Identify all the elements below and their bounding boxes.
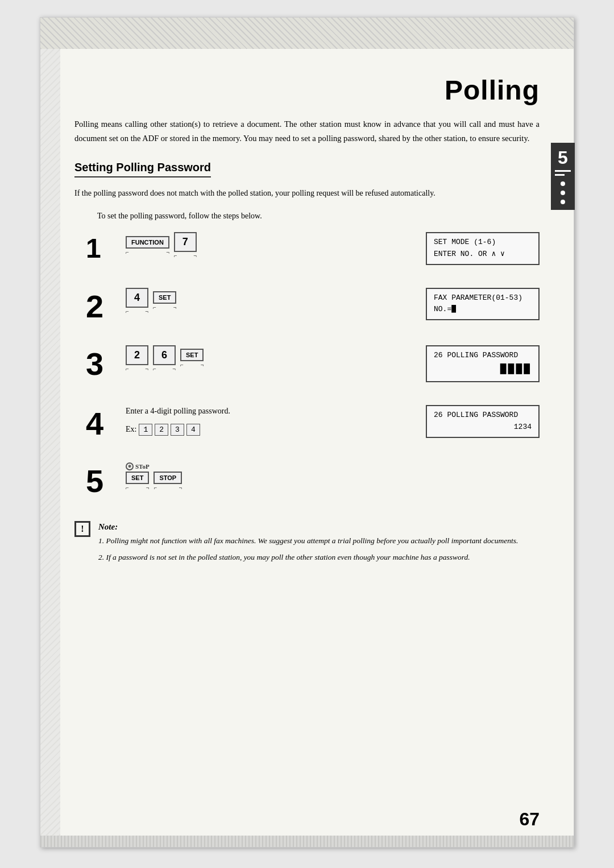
password-dots-display: ████ (500, 363, 532, 375)
right-bracket-7: ¬ (193, 253, 197, 259)
step-5-keys: ⊗ SToP SET ⌐ ¬ STOP (126, 462, 540, 491)
set-key-2-wrapper: SET ⌐ ¬ (153, 291, 176, 311)
intro-paragraph: Polling means calling other station(s) t… (74, 117, 540, 145)
step-1-keys: FUNCTION ⌐ ¬ 7 ⌐ ¬ (126, 232, 327, 259)
note-item-1: 1. Polling might not function with all f… (98, 535, 518, 548)
note-icon: ! (74, 521, 90, 537)
step-3-number: 3 (86, 348, 114, 380)
left-bracket-4: ⌐ (126, 308, 129, 315)
step-4-row: 4 Enter a 4-digit polling password. Ex: … (86, 405, 540, 440)
digit-2: 2 (155, 424, 168, 436)
left-bracket-set2: ⌐ (153, 304, 156, 311)
sidebar-line-2 (555, 174, 565, 176)
step-1-display: SET MODE (1-6) ENTER NO. OR ∧ ∨ (426, 232, 540, 265)
step-2-keys: 4 ⌐ ¬ SET ⌐ ¬ (126, 288, 327, 315)
right-bracket: ¬ (166, 249, 169, 255)
right-bracket-stop: ¬ (179, 485, 182, 491)
function-key[interactable]: FUNCTION (126, 236, 169, 249)
step-5-row: 5 ⊗ SToP SET ⌐ ¬ (86, 462, 540, 497)
key-6-wrapper: 6 ⌐ ¬ (153, 345, 176, 372)
key-7-wrapper: 7 ⌐ ¬ (174, 232, 197, 259)
key-2-wrapper: 2 ⌐ ¬ (126, 345, 148, 372)
sidebar-icons (561, 181, 565, 204)
function-key-arrows: ⌐ ¬ (126, 249, 169, 255)
step-1-lcd-line1: SET MODE (1-6) (434, 237, 532, 249)
key-7-arrows: ⌐ ¬ (174, 253, 197, 259)
key-6[interactable]: 6 (153, 345, 176, 365)
note-section: ! Note: 1. Polling might not function wi… (74, 520, 540, 567)
page-number: 67 (519, 809, 540, 830)
key-4[interactable]: 4 (126, 288, 148, 308)
left-bracket-set3: ⌐ (180, 362, 184, 368)
chapter-sidebar: 5 (551, 143, 575, 210)
sidebar-bullet-1 (561, 181, 565, 186)
right-bracket-2: ¬ (145, 366, 148, 372)
step-2-number: 2 (86, 291, 114, 323)
note-item-2: 2. If a password is not set in the polle… (98, 551, 518, 564)
set-stop-row: SET ⌐ ¬ STOP ⌐ ¬ (126, 472, 182, 491)
step-1-number: 1 (86, 235, 114, 262)
step-4-content: Enter a 4-digit polling password. Ex: 1 … (126, 405, 327, 435)
step-5-key-group: ⊗ SToP SET ⌐ ¬ STOP (126, 462, 182, 491)
example-label: Ex: (126, 425, 136, 434)
stop-circle-icon: ⊗ (126, 462, 134, 470)
key-7[interactable]: 7 (174, 232, 197, 252)
stop-label: ⊗ SToP (126, 462, 150, 470)
left-bracket: ⌐ (126, 249, 129, 255)
digit-1: 1 (139, 424, 152, 436)
set-key-2[interactable]: SET (153, 291, 176, 304)
key-2-arrows: ⌐ ¬ (126, 366, 148, 372)
step-3-keys: 2 ⌐ ¬ 6 ⌐ ¬ SET ⌐ (126, 345, 327, 372)
sidebar-lines-decoration (555, 170, 571, 176)
step-1-lcd-line2: ENTER NO. OR ∧ ∨ (434, 249, 532, 261)
bottom-texture-decoration (40, 836, 574, 847)
right-bracket-4: ¬ (145, 308, 148, 315)
set-key-5[interactable]: SET (126, 472, 149, 484)
step-4-display: 26 POLLING PASSWORD 1234 (426, 405, 540, 438)
note-content: Note: 1. Polling might not function with… (98, 520, 518, 567)
function-key-wrapper: FUNCTION ⌐ ¬ (126, 236, 169, 255)
step-4-example: Ex: 1 2 3 4 (126, 424, 327, 436)
set-key-3-wrapper: SET ⌐ ¬ (180, 349, 204, 368)
right-bracket-6: ¬ (172, 366, 176, 372)
left-bracket-stop: ⌐ (154, 485, 157, 491)
stop-key[interactable]: STOP (154, 472, 182, 484)
follow-steps-text: To set the polling password, follow the … (97, 212, 540, 221)
left-bracket-2: ⌐ (126, 366, 129, 372)
key-4-wrapper: 4 ⌐ ¬ (126, 288, 148, 315)
key-6-arrows: ⌐ ¬ (153, 366, 176, 372)
sidebar-line-1 (555, 170, 571, 172)
left-bracket-6: ⌐ (153, 366, 156, 372)
set-key-2-arrows: ⌐ ¬ (153, 304, 176, 311)
key-2[interactable]: 2 (126, 345, 148, 365)
step-4-lcd: 26 POLLING PASSWORD 1234 (338, 405, 540, 438)
set-key-3-arrows: ⌐ ¬ (180, 362, 204, 368)
step-1-lcd: SET MODE (1-6) ENTER NO. OR ∧ ∨ (338, 232, 540, 265)
step-3-row: 3 2 ⌐ ¬ 6 ⌐ ¬ SET (86, 345, 540, 383)
sidebar-bullet-3 (561, 200, 565, 204)
stop-text: SToP (135, 463, 150, 470)
stop-key-arrows: ⌐ ¬ (154, 485, 182, 491)
page-title: Polling (74, 75, 540, 106)
section-heading: Setting Polling Password (74, 161, 211, 177)
section-description: If the polling password does not match w… (74, 187, 540, 200)
step-2-lcd: FAX PARAMETER(01-53) NO.=█ (338, 288, 540, 321)
top-texture-decoration (40, 18, 574, 49)
chapter-number: 5 (558, 148, 568, 167)
step-1-row: 1 FUNCTION ⌐ ¬ 7 ⌐ ¬ (86, 232, 540, 265)
step-5-number: 5 (86, 465, 114, 497)
set-key-3[interactable]: SET (180, 349, 204, 361)
set-key-5-wrapper: SET ⌐ ¬ (126, 472, 149, 491)
steps-container: 1 FUNCTION ⌐ ¬ 7 ⌐ ¬ (86, 232, 540, 497)
right-bracket-set2: ¬ (173, 304, 177, 311)
stop-key-wrapper: STOP ⌐ ¬ (154, 472, 182, 491)
set-key-5-arrows: ⌐ ¬ (126, 485, 149, 491)
digit-4: 4 (186, 424, 200, 436)
left-texture-decoration (40, 49, 60, 836)
step-4-lcd-line2: 1234 (434, 421, 532, 433)
step-2-lcd-line2: NO.=█ (434, 304, 532, 316)
right-bracket-set3: ¬ (201, 362, 204, 368)
key-4-arrows: ⌐ ¬ (126, 308, 148, 315)
step-2-lcd-line1: FAX PARAMETER(01-53) (434, 292, 532, 304)
sidebar-bullet-2 (561, 191, 565, 195)
